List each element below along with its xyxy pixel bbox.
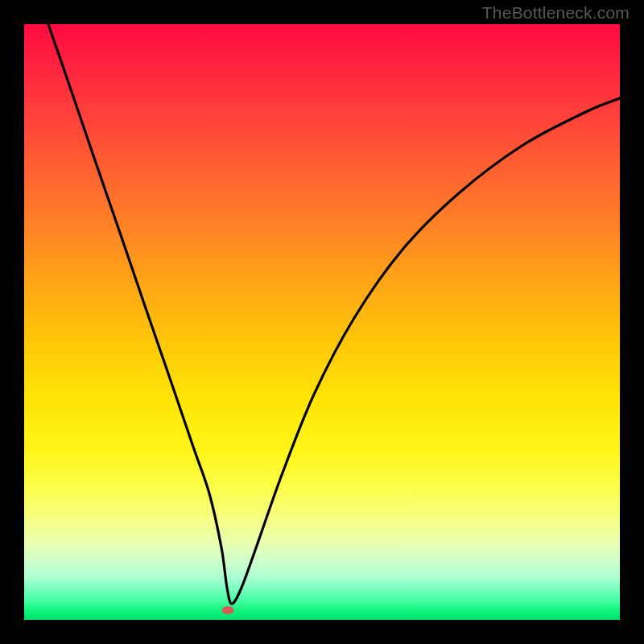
plot-area: [24, 24, 620, 620]
curve-path: [48, 24, 620, 604]
optimum-marker: [222, 606, 234, 614]
chart-container: TheBottleneck.com: [0, 0, 644, 644]
bottleneck-curve: [24, 24, 620, 620]
watermark-text: TheBottleneck.com: [482, 3, 630, 23]
